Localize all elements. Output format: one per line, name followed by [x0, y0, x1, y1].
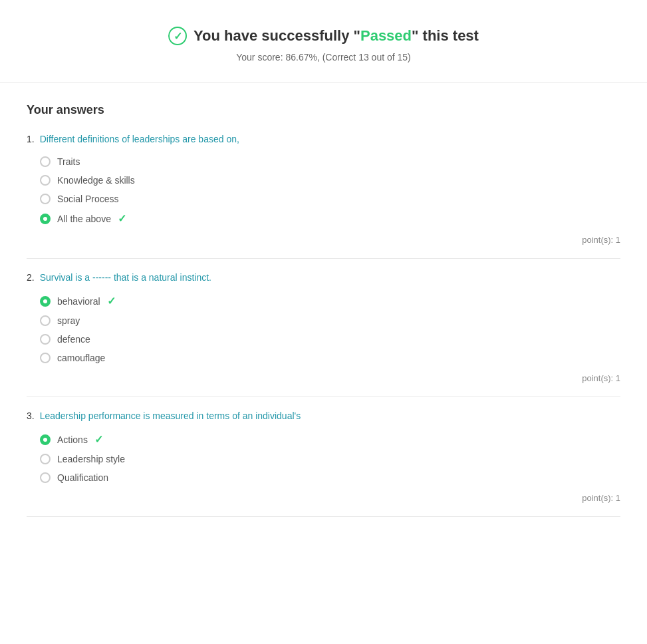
- option-label: defence: [57, 334, 90, 345]
- points-row-2: point(s): 1: [27, 373, 620, 383]
- correct-check-icon: ✓: [94, 433, 103, 446]
- radio-option-2-3: [40, 334, 51, 345]
- list-item: defence: [40, 334, 620, 345]
- points-row-1: point(s): 1: [27, 235, 620, 245]
- success-title: ✓ You have successfully "Passed" this te…: [13, 27, 634, 45]
- radio-option-2-4: [40, 353, 51, 363]
- list-item: Actions ✓: [40, 433, 620, 446]
- option-label: Qualification: [57, 472, 108, 483]
- option-label: All the above: [57, 214, 111, 224]
- points-row-3: point(s): 1: [27, 493, 620, 503]
- option-label: camouflage: [57, 353, 105, 363]
- question-number-3: 3.: [27, 410, 35, 421]
- question-number-2: 2.: [27, 272, 35, 283]
- radio-option-1-4-selected: [40, 214, 51, 224]
- radio-option-2-1-selected: [40, 296, 51, 307]
- option-label: Leadership style: [57, 454, 125, 464]
- option-label: Social Process: [57, 194, 119, 204]
- points-label: point(s): 1: [582, 235, 620, 245]
- list-item: behavioral ✓: [40, 295, 620, 307]
- options-list-2: behavioral ✓ spray defence camouflage: [40, 295, 620, 363]
- option-label: Actions: [57, 434, 88, 445]
- question-text-3: Leadership performance is measured in te…: [40, 410, 301, 421]
- option-label: Knowledge & skills: [57, 175, 135, 186]
- list-item: Knowledge & skills: [40, 175, 620, 186]
- question-header-2: 2. Survival is a ------ that is a natura…: [27, 272, 620, 283]
- radio-option-3-2: [40, 454, 51, 464]
- score-text: Your score: 86.67%, (Correct 13 out of 1…: [13, 52, 634, 63]
- answers-title: Your answers: [27, 103, 620, 117]
- answers-section: Your answers 1. Different definitions of…: [0, 83, 647, 550]
- question-text-1: Different definitions of leaderships are…: [40, 134, 239, 144]
- title-text: You have successfully "Passed" this test: [194, 27, 479, 45]
- options-list-3: Actions ✓ Leadership style Qualification: [40, 433, 620, 483]
- points-label: point(s): 1: [582, 373, 620, 383]
- option-label: Traits: [57, 156, 80, 167]
- options-list-1: Traits Knowledge & skills Social Process…: [40, 156, 620, 225]
- radio-option-1-3: [40, 194, 51, 204]
- question-header-1: 1. Different definitions of leaderships …: [27, 134, 620, 144]
- list-item: spray: [40, 315, 620, 326]
- question-block-1: 1. Different definitions of leaderships …: [27, 134, 620, 259]
- correct-check-icon: ✓: [107, 295, 116, 307]
- check-circle-icon: ✓: [168, 27, 187, 45]
- option-label: behavioral: [57, 296, 100, 307]
- radio-option-1-2: [40, 175, 51, 186]
- list-item: Leadership style: [40, 454, 620, 464]
- list-item: Traits: [40, 156, 620, 167]
- correct-check-icon: ✓: [118, 212, 126, 225]
- question-block-2: 2. Survival is a ------ that is a natura…: [27, 272, 620, 397]
- list-item: All the above ✓: [40, 212, 620, 225]
- radio-option-3-3: [40, 472, 51, 483]
- question-number-1: 1.: [27, 134, 35, 144]
- radio-option-2-2: [40, 315, 51, 326]
- passed-label: Passed: [360, 27, 412, 44]
- success-header: ✓ You have successfully "Passed" this te…: [0, 0, 647, 83]
- list-item: camouflage: [40, 353, 620, 363]
- list-item: Qualification: [40, 472, 620, 483]
- list-item: Social Process: [40, 194, 620, 204]
- page-container: ✓ You have successfully "Passed" this te…: [0, 0, 647, 550]
- question-text-2: Survival is a ------ that is a natural i…: [40, 272, 211, 283]
- radio-option-3-1-selected: [40, 434, 51, 445]
- option-label: spray: [57, 315, 80, 326]
- question-block-3: 3. Leadership performance is measured in…: [27, 410, 620, 517]
- radio-option-1-1: [40, 156, 51, 167]
- points-label: point(s): 1: [582, 493, 620, 503]
- question-header-3: 3. Leadership performance is measured in…: [27, 410, 620, 421]
